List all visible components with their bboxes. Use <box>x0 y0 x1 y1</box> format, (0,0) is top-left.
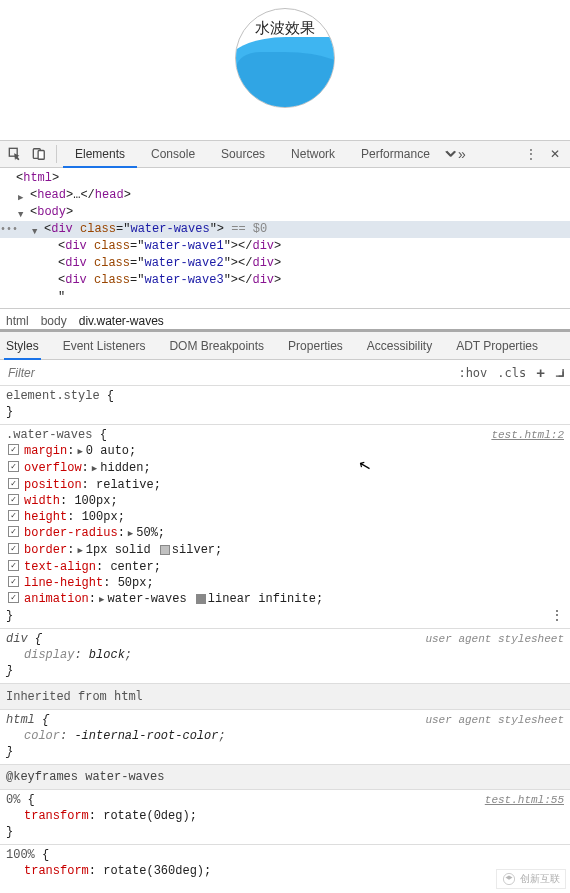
rule-selector: 100% <box>6 848 35 862</box>
prop-name: height <box>24 510 67 524</box>
more-tabs-icon[interactable]: » <box>444 143 466 165</box>
dom-node-wave3[interactable]: <div class="water-wave3"></div> <box>0 272 570 289</box>
prop-value: center <box>110 560 153 574</box>
rule-source-link[interactable]: test.html:2 <box>491 427 564 443</box>
prop-checkbox[interactable] <box>8 510 19 521</box>
cls-toggle[interactable]: .cls <box>497 366 526 380</box>
rule-water-waves[interactable]: test.html:2 .water-waves { margin:▶0 aut… <box>0 425 570 629</box>
prop-checkbox[interactable] <box>8 478 19 489</box>
prop-transform[interactable]: transform: rotate(360deg); <box>6 863 564 879</box>
rule-source: user agent stylesheet <box>425 631 564 647</box>
dom-node-wave1[interactable]: <div class="water-wave1"></div> <box>0 238 570 255</box>
keyframes-header: @keyframes water-waves <box>0 765 570 790</box>
prop-text-align[interactable]: text-align: center; <box>6 559 564 575</box>
rule-source-link[interactable]: test.html:55 <box>485 792 564 808</box>
toggle-device-icon[interactable] <box>28 143 50 165</box>
rule-element-style[interactable]: element.style { } <box>0 386 570 425</box>
keyframe-100[interactable]: 100% { transform: rotate(360deg); <box>0 845 570 883</box>
keyframe-0[interactable]: test.html:55 0% { transform: rotate(0deg… <box>0 790 570 845</box>
prop-line-height[interactable]: line-height: 50px; <box>6 575 564 591</box>
tab-dom-breakpoints[interactable]: DOM Breakpoints <box>167 332 266 360</box>
expand-corner-icon[interactable] <box>555 368 564 377</box>
prop-name: border <box>24 543 67 557</box>
shorthand-expand-icon[interactable]: ▶ <box>77 444 82 460</box>
prop-width[interactable]: width: 100px; <box>6 493 564 509</box>
prop-value: -internal-root-color <box>74 729 218 743</box>
dom-text-node[interactable]: " <box>0 289 570 306</box>
attr-name: class <box>94 239 130 253</box>
prop-animation[interactable]: animation:▶water-waves linear infinite; <box>6 591 564 608</box>
easing-swatch-icon[interactable] <box>196 594 206 604</box>
color-swatch-icon[interactable] <box>160 545 170 555</box>
prop-value: rotate(360deg) <box>103 864 204 878</box>
rule-source: user agent stylesheet <box>425 712 564 728</box>
breadcrumb-current[interactable]: div.water-waves <box>79 314 164 328</box>
prop-checkbox[interactable] <box>8 592 19 603</box>
new-style-rule-icon[interactable]: + <box>536 364 545 381</box>
tab-sources[interactable]: Sources <box>209 140 277 168</box>
rule-ua-div[interactable]: user agent stylesheet div { display: blo… <box>0 629 570 684</box>
tab-accessibility[interactable]: Accessibility <box>365 332 434 360</box>
preview-label: 水波效果 <box>236 9 334 47</box>
prop-checkbox[interactable] <box>8 494 19 505</box>
tab-elements[interactable]: Elements <box>63 140 137 168</box>
styles-filter-input[interactable] <box>6 365 448 381</box>
shorthand-expand-icon[interactable]: ▶ <box>128 526 133 542</box>
tab-styles[interactable]: Styles <box>4 332 41 360</box>
dom-node-head[interactable]: ▶ <head>…</head> <box>0 187 570 204</box>
shorthand-expand-icon[interactable]: ▶ <box>77 543 82 559</box>
prop-name: transform <box>24 864 89 878</box>
prop-height[interactable]: height: 100px; <box>6 509 564 525</box>
prop-value: 50px <box>118 576 147 590</box>
prop-position[interactable]: position: relative; <box>6 477 564 493</box>
dom-gutter-icon[interactable]: ••• <box>0 221 14 238</box>
dom-node-body[interactable]: ▼ <body> <box>0 204 570 221</box>
tab-performance[interactable]: Performance <box>349 140 442 168</box>
dom-tree[interactable]: <html> ▶ <head>…</head> ▼ <body> ••• ▼ <… <box>0 168 570 308</box>
dom-node-water-waves[interactable]: ••• ▼ <div class="water-waves"> == $0 <box>0 221 570 238</box>
inherited-from-selector[interactable]: html <box>114 689 143 703</box>
prop-margin[interactable]: margin:▶0 auto; <box>6 443 564 460</box>
rule-menu-icon[interactable]: ⋮ <box>550 608 564 624</box>
ellipsis: … <box>73 188 80 202</box>
prop-checkbox[interactable] <box>8 560 19 571</box>
prop-overflow[interactable]: overflow:▶hidden; <box>6 460 564 477</box>
prop-transform[interactable]: transform: rotate(0deg); <box>6 808 564 824</box>
prop-checkbox[interactable] <box>8 543 19 554</box>
dom-node-wave2[interactable]: <div class="water-wave2"></div> <box>0 255 570 272</box>
styles-filter-row: :hov .cls + <box>0 360 570 386</box>
hov-toggle[interactable]: :hov <box>458 366 487 380</box>
shorthand-expand-icon[interactable]: ▶ <box>92 461 97 477</box>
kebab-menu-icon[interactable]: ⋮ <box>520 143 542 165</box>
tab-event-listeners[interactable]: Event Listeners <box>61 332 148 360</box>
prop-checkbox[interactable] <box>8 526 19 537</box>
prop-border[interactable]: border:▶1px solid silver; <box>6 542 564 559</box>
select-element-icon[interactable] <box>4 143 26 165</box>
tab-network[interactable]: Network <box>279 140 347 168</box>
attr-value: water-wave1 <box>144 239 223 253</box>
inherited-label: Inherited from <box>6 690 107 704</box>
prop-color: color: -internal-root-color; <box>6 728 564 744</box>
prop-value: water-waves <box>107 592 186 606</box>
attr-name: class <box>94 273 130 287</box>
attr-value: water-waves <box>130 222 209 236</box>
breadcrumb-html[interactable]: html <box>6 314 29 328</box>
attr-value: water-wave3 <box>144 273 223 287</box>
dom-node-html[interactable]: <html> <box>0 170 570 187</box>
tab-properties[interactable]: Properties <box>286 332 345 360</box>
prop-name: text-align <box>24 560 96 574</box>
breadcrumb-body[interactable]: body <box>41 314 67 328</box>
prop-checkbox[interactable] <box>8 461 19 472</box>
prop-value: 100px <box>82 510 118 524</box>
prop-border-radius[interactable]: border-radius:▶50%; <box>6 525 564 542</box>
close-devtools-icon[interactable]: ✕ <box>544 143 566 165</box>
separator <box>56 145 57 163</box>
prop-checkbox[interactable] <box>8 576 19 587</box>
tab-adt-properties[interactable]: ADT Properties <box>454 332 540 360</box>
rule-ua-html[interactable]: user agent stylesheet html { color: -int… <box>0 710 570 765</box>
watermark-text: 创新互联 <box>520 872 560 883</box>
prop-checkbox[interactable] <box>8 444 19 455</box>
tag-name: div <box>65 273 87 287</box>
tab-console[interactable]: Console <box>139 140 207 168</box>
shorthand-expand-icon[interactable]: ▶ <box>99 592 104 608</box>
